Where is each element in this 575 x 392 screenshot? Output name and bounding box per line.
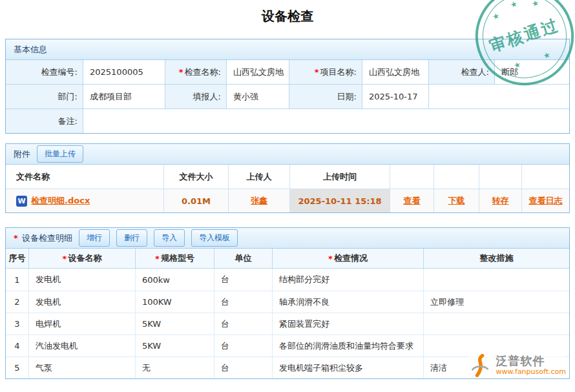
column-header-spacer (522, 165, 569, 189)
column-header-file-size: 文件大小 (164, 165, 229, 189)
field-value-remark (83, 109, 569, 133)
attachments-section-header: 附件 批量上传 (6, 144, 569, 165)
cell-model[interactable]: 600kw (136, 269, 214, 291)
field-label-date: 日期: (289, 85, 362, 108)
field-label-department: 部门: (6, 85, 83, 108)
import-button[interactable]: 导入 (154, 229, 185, 247)
attachment-action-cell: 查看日志 (522, 189, 569, 212)
import-template-button[interactable]: 导入模板 (191, 229, 238, 247)
cell-condition[interactable]: 轴承润滑不良 (273, 291, 424, 313)
detail-title: * 设备检查明细 (14, 232, 72, 244)
view-log-link[interactable]: 查看日志 (529, 195, 563, 207)
attachment-file-size: 0.01M (164, 189, 229, 212)
field-label-inspection-no: 检查编号: (6, 60, 83, 84)
basic-info-title: 基本信息 (14, 44, 47, 56)
field-value-date: 2025-10-17 (362, 85, 429, 108)
cell-unit[interactable]: 台 (214, 313, 273, 335)
cell-action[interactable] (424, 313, 569, 335)
cell-model[interactable]: 无 (136, 357, 214, 378)
field-label-inspection-name: * 检查名称: (165, 60, 227, 84)
cell-condition[interactable]: 结构部分完好 (273, 269, 424, 291)
column-header-model: * 规格型号 (136, 249, 214, 268)
table-row: 3 电焊机 5KW 台 紧固装置完好 (6, 313, 569, 335)
cell-seq: 4 (6, 335, 29, 356)
detail-section-header: * 设备检查明细 增行 删行 导入 导入模板 (6, 228, 569, 249)
field-label-project-name: * 项目名称: (289, 60, 362, 84)
column-header-action: 整改措施 (424, 249, 569, 268)
cell-unit[interactable]: 台 (214, 357, 273, 378)
uploader-link[interactable]: 张鑫 (251, 195, 267, 207)
vendor-logo: 泛普软件 www.fanpusoft.com (468, 354, 566, 377)
cell-condition[interactable]: 各部位的润滑油质和油量均符合要求 (273, 335, 424, 356)
cell-device[interactable]: 汽油发电机 (29, 335, 136, 356)
required-marker: * (14, 233, 18, 243)
empty-cell (429, 85, 569, 108)
field-value-inspection-no: 2025100005 (83, 60, 165, 84)
batch-upload-button[interactable]: 批量上传 (37, 145, 83, 163)
cell-device[interactable]: 发电机 (29, 291, 136, 313)
attachment-row: W 检查明细.docx 0.01M 张鑫 2025-10-11 15:18 查看… (6, 189, 569, 212)
attachment-file-cell: W 检查明细.docx (6, 189, 164, 212)
download-link[interactable]: 下载 (448, 195, 465, 207)
column-header-device: * 设备名称 (29, 249, 136, 268)
basic-info-row-2: 部门: 成都项目部 填报人: 黄小强 日期: 2025-10-17 (6, 84, 569, 108)
column-header-seq: 序号 (6, 249, 29, 268)
cell-condition[interactable]: 发电机端子箱积尘较多 (273, 357, 424, 378)
required-marker: * (155, 254, 160, 263)
cell-seq: 1 (6, 269, 29, 291)
field-label-reporter: 填报人: (165, 85, 227, 108)
attachments-table-header: 文件名称 文件大小 上传人 上传时间 (6, 165, 569, 189)
cell-device[interactable]: 电焊机 (29, 313, 136, 335)
fanpu-logo-icon (468, 354, 492, 377)
cell-device[interactable]: 发电机 (29, 269, 136, 291)
column-header-file-name: 文件名称 (6, 165, 164, 189)
cell-model[interactable]: 5KW (136, 313, 214, 335)
field-value-inspector: 断郎 (495, 60, 569, 84)
brand-text: 泛普软件 www.fanpusoft.com (496, 355, 566, 376)
required-marker: * (179, 67, 183, 77)
cell-action[interactable] (424, 269, 569, 291)
view-link[interactable]: 查看 (404, 195, 421, 207)
basic-info-row-3: 备注: (6, 108, 569, 133)
brand-name: 泛普软件 (496, 355, 566, 368)
table-row: 4 汽油发电机 5KW 台 各部位的润滑油质和油量均符合要求 (6, 335, 569, 356)
page-title: 设备检查 (0, 0, 575, 25)
add-row-button[interactable]: 增行 (79, 229, 110, 247)
attachment-action-cell: 转存 (479, 189, 522, 212)
cell-model[interactable]: 5KW (136, 335, 214, 356)
required-marker: * (328, 254, 333, 263)
column-header-condition: * 检查情况 (273, 249, 424, 268)
cell-unit[interactable]: 台 (214, 291, 273, 313)
attachment-upload-time: 2025-10-11 15:18 (290, 189, 390, 212)
brand-url[interactable]: www.fanpusoft.com (496, 368, 566, 377)
attachment-action-cell: 查看 (390, 189, 434, 212)
cell-unit[interactable]: 台 (214, 335, 273, 356)
detail-table-header: 序号 * 设备名称 * 规格型号 单位 * 检查情况 整改措施 (6, 249, 569, 269)
column-header-upload-time: 上传时间 (290, 165, 390, 189)
cell-condition[interactable]: 紧固装置完好 (273, 313, 424, 335)
cell-action[interactable]: 立即修理 (424, 291, 569, 313)
field-value-inspection-name: 山西弘文房地 (227, 60, 289, 84)
field-value-project-name: 山西弘文房地 (362, 60, 429, 84)
field-label-inspector: 检查人: (429, 60, 495, 84)
field-value-reporter: 黄小强 (227, 85, 289, 108)
cell-model[interactable]: 100KW (136, 291, 214, 313)
table-row: 1 发电机 600kw 台 结构部分完好 (6, 269, 569, 291)
word-file-icon: W (16, 196, 27, 207)
cell-seq: 2 (6, 291, 29, 313)
transfer-link[interactable]: 转存 (492, 195, 509, 207)
attachment-uploader: 张鑫 (229, 189, 290, 212)
basic-info-section-header: 基本信息 (6, 39, 569, 60)
attachment-action-cell: 下载 (434, 189, 479, 212)
cell-unit[interactable]: 台 (214, 269, 273, 291)
column-header-spacer (434, 165, 479, 189)
cell-device[interactable]: 气泵 (29, 357, 136, 378)
delete-row-button[interactable]: 删行 (116, 229, 147, 247)
attachments-title: 附件 (14, 149, 30, 160)
cell-seq: 5 (6, 357, 29, 378)
attachment-file-link[interactable]: 检查明细.docx (31, 195, 90, 207)
column-header-spacer (479, 165, 522, 189)
column-header-unit: 单位 (214, 249, 273, 268)
column-header-uploader: 上传人 (229, 165, 290, 189)
required-marker: * (63, 254, 67, 263)
